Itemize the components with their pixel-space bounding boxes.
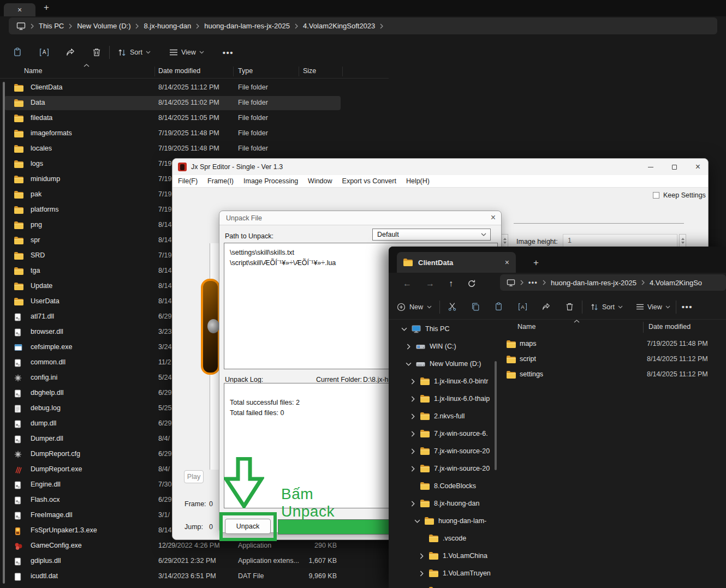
- tree-item[interactable]: 7.jx-win-source-6.: [410, 425, 519, 442]
- file-row[interactable]: locales 7/19/2025 11:48 PM File folder: [0, 141, 389, 157]
- unpack-button[interactable]: Unpack: [225, 519, 271, 534]
- chevron-right-icon[interactable]: [419, 553, 425, 559]
- column-date-modified[interactable]: Date modified: [648, 323, 691, 331]
- delete-button[interactable]: [565, 302, 574, 311]
- address-bar[interactable]: ••• huong-dan-lam-res-jx-20254.Volam2Kin…: [500, 274, 726, 291]
- chevron-right-icon[interactable]: [419, 571, 425, 577]
- breadcrumb-item[interactable]: huong-dan-lam-res-jx-2025: [551, 279, 636, 287]
- tree-item[interactable]: 1.jx-linux-6.0-thaip: [410, 390, 519, 407]
- file-row[interactable]: imageformats 7/19/2025 11:48 PM File fol…: [0, 126, 389, 141]
- column-type[interactable]: Type: [238, 67, 253, 75]
- file-row[interactable]: Data 8/14/2025 11:02 PM File folder: [0, 95, 389, 111]
- new-button[interactable]: New: [397, 303, 432, 311]
- menu-item[interactable]: Image Processing: [243, 177, 298, 185]
- refresh-icon[interactable]: [467, 279, 476, 288]
- file-row[interactable]: ClientData 8/14/2025 11:12 PM File folde…: [0, 80, 389, 95]
- maximize-button[interactable]: [672, 165, 677, 170]
- tree-item[interactable]: [419, 582, 528, 588]
- copy-button[interactable]: [471, 302, 480, 311]
- column-size[interactable]: Size: [303, 67, 316, 75]
- breadcrumb-item[interactable]: huong-dan-lam-res-jx-2025: [204, 22, 290, 30]
- menu-item[interactable]: Frame(I): [207, 177, 234, 185]
- chevron-right-icon[interactable]: [410, 431, 416, 437]
- keep-settings-checkbox[interactable]: [653, 192, 659, 199]
- close-button[interactable]: ×: [695, 163, 700, 171]
- menu-item[interactable]: Window: [308, 177, 332, 185]
- paste-button[interactable]: [495, 302, 504, 311]
- forward-icon[interactable]: →: [426, 279, 435, 289]
- tree-item[interactable]: huong-dan-lam-: [414, 512, 523, 530]
- more-options-button[interactable]: •••: [682, 302, 693, 311]
- image-height-field[interactable]: 1: [563, 234, 677, 247]
- image-height-spinner[interactable]: [679, 234, 686, 247]
- chevron-down-icon[interactable]: [401, 327, 407, 331]
- up-icon[interactable]: ↑: [449, 279, 453, 289]
- keep-settings-option[interactable]: Keep Settings: [653, 191, 706, 199]
- file-row[interactable]: filedata 8/14/2025 11:05 PM File folder: [0, 111, 389, 126]
- chevron-right-icon[interactable]: [410, 448, 416, 454]
- file-row[interactable]: icudtl.dat 3/14/2023 6:51 PM DAT File 9,…: [0, 569, 389, 584]
- breadcrumb-item[interactable]: New Volume (D:): [77, 22, 130, 30]
- dialog-close-icon[interactable]: ×: [491, 213, 496, 223]
- tree-item[interactable]: 7.jx-win-source-20: [410, 460, 519, 477]
- breadcrumb-overflow[interactable]: •••: [528, 279, 538, 286]
- sort-button[interactable]: Sort: [590, 303, 623, 311]
- scrollbar[interactable]: [3, 82, 5, 584]
- sort-button[interactable]: Sort: [117, 48, 151, 57]
- share-button[interactable]: [541, 302, 551, 311]
- view-button[interactable]: View: [169, 49, 204, 56]
- rename-button[interactable]: A: [39, 47, 49, 57]
- column-name[interactable]: Name: [517, 323, 535, 331]
- more-options-button[interactable]: •••: [223, 48, 234, 57]
- editor-title-bar[interactable]: Jx Spr Editor - Single - Ver 1.3 ×: [172, 159, 708, 175]
- menu-item[interactable]: File(F): [178, 177, 198, 185]
- view-button[interactable]: View: [636, 303, 670, 311]
- file-name: DumpReport.exe: [31, 465, 82, 473]
- explorer-tab-clientdata[interactable]: ClientData ×: [397, 252, 516, 273]
- address-bar[interactable]: This PCNew Volume (D:)8.jx-huong-danhuon…: [9, 17, 717, 34]
- play-button[interactable]: Play: [184, 470, 204, 483]
- tree-item[interactable]: This PC: [401, 320, 510, 338]
- minimize-button[interactable]: [648, 167, 653, 167]
- image-width-spinner[interactable]: [501, 234, 508, 247]
- breadcrumb-item[interactable]: 8.jx-huong-dan: [144, 22, 191, 30]
- new-tab-button[interactable]: +: [533, 257, 539, 268]
- tree-item[interactable]: 8.CodeBlocks: [410, 477, 519, 495]
- file-row[interactable]: gdiplus.dll 6/29/2021 2:32 PM Applicatio…: [0, 554, 389, 569]
- explorer-tab[interactable]: ×: [4, 3, 35, 16]
- column-name[interactable]: Name: [24, 67, 42, 75]
- delete-button[interactable]: [92, 47, 102, 57]
- tree-item[interactable]: 7.jx-win-source-20: [410, 442, 519, 460]
- menu-item[interactable]: Export vs Convert: [342, 177, 396, 185]
- breadcrumb-item[interactable]: 4.Volam2KingSo: [650, 279, 702, 287]
- chevron-down-icon[interactable]: [414, 519, 420, 523]
- tree-item[interactable]: 1.VoLamTruyen: [419, 565, 528, 582]
- file-row[interactable]: GameConfig.exe 12/29/2022 4:26 PM Applic…: [0, 538, 389, 554]
- chevron-right-icon[interactable]: [410, 466, 416, 472]
- new-tab-button[interactable]: +: [44, 2, 49, 13]
- chevron-right-icon[interactable]: [410, 413, 416, 419]
- preset-dropdown[interactable]: Default: [372, 229, 491, 241]
- file-row[interactable]: settings 8/14/2025 11:12 PM: [389, 367, 726, 382]
- tab-close-icon[interactable]: ×: [505, 259, 509, 266]
- rename-button[interactable]: A: [518, 302, 527, 311]
- tree-item[interactable]: 2.nkvs-full: [410, 407, 519, 425]
- jump-value[interactable]: 0: [209, 523, 213, 531]
- tab-close-icon[interactable]: ×: [17, 6, 22, 14]
- chevron-right-icon[interactable]: [410, 501, 416, 507]
- breadcrumb-item[interactable]: This PC: [39, 22, 64, 30]
- paste-button[interactable]: [13, 47, 23, 57]
- file-row[interactable]: maps 7/19/2025 11:48 PM: [389, 337, 726, 352]
- tree-item[interactable]: 1.VoLamChina: [419, 547, 528, 565]
- cut-button[interactable]: [448, 302, 457, 311]
- chevron-right-icon[interactable]: [410, 396, 416, 402]
- share-button[interactable]: [66, 47, 75, 57]
- breadcrumb-item[interactable]: 4.Volam2KingSoft2023: [303, 22, 375, 30]
- dialog-title-bar[interactable]: Unpack File: [219, 211, 501, 225]
- tree-item[interactable]: 8.jx-huong-dan: [410, 495, 519, 512]
- column-date-modified[interactable]: Date modified: [158, 67, 200, 75]
- tree-item[interactable]: .vscode: [419, 530, 528, 547]
- back-icon[interactable]: ←: [403, 279, 412, 289]
- file-row[interactable]: script 8/14/2025 11:12 PM: [389, 352, 726, 367]
- menu-item[interactable]: Help(H): [406, 177, 430, 185]
